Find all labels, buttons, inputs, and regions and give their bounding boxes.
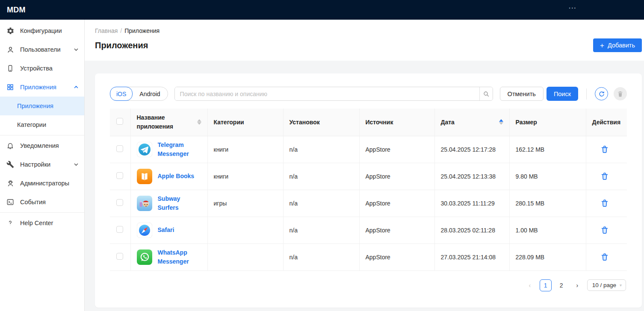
sidebar-item-label: Администраторы — [20, 180, 79, 187]
sidebar-item-administrators[interactable]: Администраторы — [0, 174, 84, 193]
row-checkbox[interactable] — [116, 199, 123, 206]
sidebar-item-label: События — [20, 199, 79, 205]
support-agent-icon — [6, 179, 15, 188]
sidebar-item-settings[interactable]: Настройки — [0, 155, 84, 174]
app-name-link[interactable]: Telegram Messenger — [158, 141, 201, 158]
page-number-2[interactable]: 2 — [555, 279, 567, 291]
table-row: Subway Surfers игры n/a AppStore 30.03.2… — [110, 190, 627, 217]
cancel-button[interactable]: Отменить — [500, 87, 544, 101]
row-checkbox[interactable] — [116, 145, 123, 152]
app-name-link[interactable]: Apple Books — [158, 172, 195, 181]
sidebar-subitem-categories[interactable]: Категории — [0, 115, 84, 134]
page-header: Главная/Приложения Приложения + Добавить — [85, 20, 644, 61]
cell-installs: n/a — [283, 163, 359, 190]
table-header-row: Название приложения Категории Установок … — [110, 109, 627, 136]
cell-category — [207, 244, 283, 270]
delete-row-icon[interactable] — [599, 224, 610, 235]
search-input[interactable] — [175, 87, 479, 100]
column-header-label: Дата — [441, 119, 455, 126]
row-checkbox[interactable] — [116, 226, 123, 233]
chevron-down-icon: ▾ — [620, 283, 622, 288]
select-all-checkbox[interactable] — [116, 118, 123, 125]
sidebar-item-users[interactable]: Пользователи — [0, 40, 84, 59]
sort-asc-icon — [499, 119, 503, 122]
grid-icon — [6, 83, 15, 91]
sidebar-item-help-center[interactable]: Help Center — [0, 214, 84, 232]
terminal-icon — [6, 198, 15, 206]
sort-icons[interactable] — [499, 119, 503, 125]
add-button-label: Добавить — [608, 42, 635, 49]
column-header-actions: Действия — [586, 109, 627, 136]
sidebar-item-label: Настройки — [20, 161, 73, 168]
search-icon[interactable] — [479, 87, 493, 100]
prev-page-icon[interactable]: ‹ — [524, 279, 536, 291]
app-name-link[interactable]: Safari — [158, 226, 174, 235]
sidebar-item-label: Конфигурации — [20, 27, 79, 34]
sidebar-item-label: Пользователи — [20, 46, 73, 53]
search-button[interactable]: Поиск — [547, 87, 578, 101]
cell-size: 162.12 MB — [509, 136, 586, 163]
cell-installs: n/a — [283, 190, 359, 217]
sidebar-item-events[interactable]: События — [0, 193, 84, 211]
sidebar: Конфигурации Пользователи Устройства При… — [0, 20, 85, 311]
table-row: Telegram Messenger книги n/a AppStore 25… — [110, 136, 627, 163]
table-row: WhatsApp Messenger n/a AppStore 27.03.20… — [110, 244, 627, 270]
row-checkbox[interactable] — [116, 253, 123, 260]
overflow-menu-icon[interactable]: ... — [569, 3, 577, 10]
sidebar-item-applications[interactable]: Приложения — [0, 78, 84, 97]
sort-icons[interactable] — [197, 119, 201, 125]
question-icon — [6, 219, 15, 227]
sidebar-item-configurations[interactable]: Конфигурации — [0, 21, 84, 40]
pagination: ‹ 1 2 › 10 / page ▾ — [110, 279, 627, 291]
cell-installs: n/a — [283, 244, 359, 270]
search-group — [174, 87, 493, 101]
cell-date: 28.03.2025 02:11:28 — [434, 217, 509, 244]
page-size-select[interactable]: 10 / page ▾ — [587, 279, 626, 291]
tab-android[interactable]: Android — [132, 87, 167, 100]
applications-table: Название приложения Категории Установок … — [110, 109, 627, 271]
row-checkbox[interactable] — [116, 172, 123, 179]
table-toolbar: iOS Android Отменить Поиск — [110, 87, 627, 101]
sidebar-subitem-label: Приложения — [17, 103, 53, 109]
cell-source: AppStore — [359, 190, 434, 217]
column-header-date[interactable]: Дата — [434, 109, 509, 136]
cell-installs: n/a — [283, 136, 359, 163]
applications-card: iOS Android Отменить Поиск — [95, 73, 642, 308]
sidebar-subitem-applications[interactable]: Приложения — [0, 97, 84, 115]
sidebar-item-devices[interactable]: Устройства — [0, 59, 84, 78]
app-logo: MDM — [7, 6, 26, 15]
cell-category — [207, 217, 283, 244]
add-button[interactable]: + Добавить — [593, 38, 642, 52]
page-number-1[interactable]: 1 — [540, 279, 552, 291]
app-name-link[interactable]: Subway Surfers — [158, 194, 201, 212]
breadcrumb-current: Приложения — [124, 27, 160, 34]
sidebar-divider — [0, 212, 84, 213]
apple-books-app-icon — [137, 169, 152, 184]
column-header-size: Размер — [509, 109, 586, 136]
column-header-name[interactable]: Название приложения — [130, 109, 207, 136]
sidebar-item-notifications[interactable]: Уведомления — [0, 136, 84, 155]
column-header-label: Размер — [516, 119, 537, 126]
cell-date: 30.03.2025 11:11:29 — [434, 190, 509, 217]
sort-desc-icon — [499, 122, 503, 125]
bell-icon — [6, 141, 15, 150]
next-page-icon[interactable]: › — [571, 279, 583, 291]
delete-row-icon[interactable] — [599, 144, 610, 155]
app-name-link[interactable]: WhatsApp Messenger — [158, 248, 201, 266]
delete-row-icon[interactable] — [599, 170, 610, 182]
sidebar-item-label: Help Center — [20, 220, 79, 226]
top-navbar: MDM ... — [0, 0, 644, 20]
gear-icon — [6, 26, 15, 35]
refresh-icon[interactable] — [595, 87, 608, 100]
cell-source: AppStore — [359, 136, 434, 163]
device-icon — [6, 64, 15, 73]
chevron-down-icon — [73, 47, 79, 53]
breadcrumb-home[interactable]: Главная — [95, 27, 118, 34]
column-header-label: Категории — [214, 119, 244, 126]
table-row: Apple Books книги n/a AppStore 25.04.202… — [110, 163, 627, 190]
tab-ios[interactable]: iOS — [110, 87, 133, 101]
column-header-installs: Установок — [283, 109, 359, 136]
delete-row-icon[interactable] — [599, 251, 610, 262]
delete-row-icon[interactable] — [599, 197, 610, 208]
cell-date: 25.04.2025 12:13:38 — [434, 163, 509, 190]
